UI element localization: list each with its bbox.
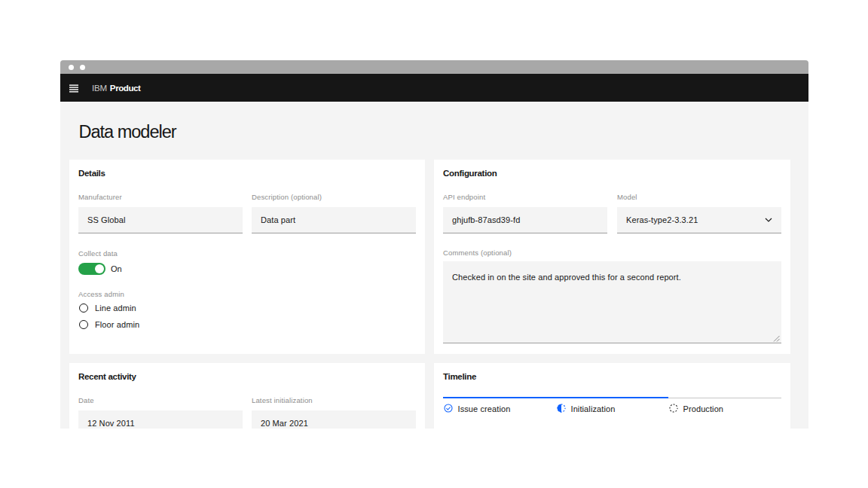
recent-activity-card: Recent activity Date Latest initializati… <box>69 363 425 429</box>
floor-admin-radio[interactable] <box>79 320 88 329</box>
description-label: Description (optional) <box>252 193 322 201</box>
timeline-step-issue-creation[interactable]: Issue creation <box>444 404 511 413</box>
timeline-step-production[interactable]: Production <box>669 404 724 413</box>
manufacturer-label: Manufacturer <box>78 193 122 201</box>
brand-name: Product <box>110 84 141 93</box>
recent-activity-heading: Recent activity <box>78 372 136 381</box>
window-control-dot-2[interactable] <box>80 65 85 70</box>
window-control-dot-1[interactable] <box>69 65 74 70</box>
model-select[interactable]: Keras-type2-3.3.21 <box>617 207 781 233</box>
step-label: Production <box>683 404 724 413</box>
toggle-knob <box>95 264 104 273</box>
manufacturer-input[interactable] <box>78 207 243 233</box>
comments-textarea[interactable]: Checked in on the site and approved this… <box>443 261 781 343</box>
access-admin-label: Access admin <box>78 290 124 298</box>
date-input[interactable] <box>78 410 243 429</box>
window-titlebar <box>60 60 808 74</box>
incomplete-half-circle-icon <box>557 404 566 413</box>
date-label: Date <box>78 396 94 404</box>
latest-initialization-label: Latest initialization <box>252 396 313 404</box>
step-label: Initialization <box>571 404 616 413</box>
chevron-down-icon <box>765 218 772 222</box>
brand[interactable]: IBM Product <box>92 84 141 93</box>
circle-dash-icon <box>669 404 678 413</box>
collect-data-toggle[interactable] <box>78 263 105 275</box>
progress-track <box>443 397 781 398</box>
api-endpoint-input[interactable] <box>443 207 607 233</box>
latest-initialization-input[interactable] <box>252 410 416 429</box>
timeline-step-initialization[interactable]: Initialization <box>557 404 616 413</box>
timeline-card: Timeline Issue creation Initialization P… <box>434 363 790 429</box>
model-label: Model <box>617 193 637 201</box>
app-window: IBM Product Data modeler Details Manufac… <box>60 60 808 429</box>
menu-icon[interactable] <box>69 84 78 93</box>
floor-admin-label: Floor admin <box>95 320 139 329</box>
collect-data-state: On <box>111 264 122 273</box>
brand-prefix: IBM <box>92 84 107 93</box>
progress-bar-remaining <box>668 398 781 398</box>
model-select-value: Keras-type2-3.3.21 <box>626 215 765 224</box>
progress-bar-complete <box>443 397 668 398</box>
configuration-card: Configuration API endpoint Model Keras-t… <box>434 160 790 354</box>
checkmark-outline-icon <box>444 404 453 413</box>
details-heading: Details <box>78 169 105 178</box>
page-title: Data modeler <box>79 123 176 141</box>
comments-label: Comments (optional) <box>443 249 512 257</box>
collect-data-label: Collect data <box>78 249 118 258</box>
app-header: IBM Product <box>60 74 808 102</box>
line-admin-radio[interactable] <box>79 303 88 313</box>
api-endpoint-label: API endpoint <box>443 193 485 201</box>
description-input[interactable] <box>252 207 416 233</box>
timeline-heading: Timeline <box>443 372 476 381</box>
line-admin-label: Line admin <box>95 303 136 313</box>
configuration-heading: Configuration <box>443 169 497 178</box>
resize-handle-icon[interactable] <box>773 335 780 342</box>
details-card: Details Manufacturer Description (option… <box>69 160 425 354</box>
step-label: Issue creation <box>458 404 511 413</box>
